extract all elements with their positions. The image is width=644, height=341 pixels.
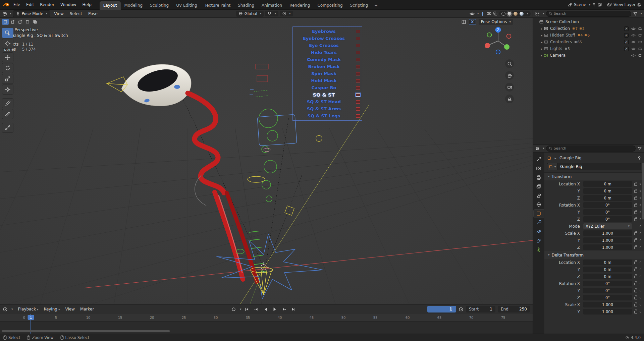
lock-icon[interactable] bbox=[634, 297, 637, 299]
bone-button[interactable]: Eye Creases bbox=[294, 42, 360, 49]
tab-modifier-properties[interactable] bbox=[534, 219, 544, 227]
gizmos-icon[interactable] bbox=[480, 11, 485, 16]
bone-toggle-box[interactable] bbox=[356, 30, 360, 33]
keyframe-dot[interactable] bbox=[640, 246, 641, 248]
jump-to-end-button[interactable] bbox=[290, 306, 298, 312]
bone-toggle-box[interactable] bbox=[356, 86, 360, 90]
keyframe-dot[interactable] bbox=[640, 204, 641, 206]
keyframe-dot[interactable] bbox=[640, 218, 641, 220]
menu-render[interactable]: Render bbox=[37, 1, 57, 8]
bone-toggle-box[interactable] bbox=[356, 58, 360, 61]
exclude-checkbox[interactable]: ✓ bbox=[624, 40, 629, 44]
proportional-editing-dropdown[interactable]: ▾ bbox=[280, 11, 293, 16]
tab-constraint-properties[interactable] bbox=[534, 237, 544, 245]
bone-toggle-box[interactable] bbox=[356, 37, 360, 40]
tab-armature-data-properties[interactable] bbox=[534, 246, 544, 254]
object-name-field[interactable]: ▾ Gangle Rig bbox=[547, 163, 641, 170]
delta-rotation-z-field[interactable]: 0° bbox=[583, 295, 632, 300]
tab-compositing[interactable]: Compositing bbox=[314, 1, 346, 10]
tab-physics-properties[interactable] bbox=[534, 228, 544, 236]
bone-button[interactable]: Spin Mask bbox=[294, 70, 360, 77]
delta-location-y-field[interactable]: 0 m bbox=[583, 267, 632, 272]
expand-icon[interactable]: ▸ bbox=[540, 47, 544, 51]
location-y-field[interactable]: 0 m bbox=[583, 188, 632, 194]
shading-rendered-icon[interactable] bbox=[520, 12, 524, 16]
x-axis-mirror-toggle[interactable]: X bbox=[469, 19, 476, 25]
render-visibility-icon[interactable] bbox=[638, 27, 643, 31]
menu-window[interactable]: Window bbox=[58, 1, 79, 8]
bone-toggle-box[interactable] bbox=[356, 65, 360, 68]
timeline-editor-icon[interactable] bbox=[3, 307, 8, 312]
keyframe-dot[interactable] bbox=[640, 225, 641, 227]
measure-tool[interactable] bbox=[2, 109, 13, 119]
filter-icon[interactable] bbox=[633, 11, 638, 16]
select-mode-subtract[interactable] bbox=[17, 19, 23, 25]
keyframe-dot[interactable] bbox=[640, 283, 641, 284]
delta-transform-section-header[interactable]: ▾ Delta Transform bbox=[544, 251, 644, 259]
3d-viewport[interactable]: X Pose Options ▾ User Perspective (1) Ga… bbox=[0, 18, 533, 304]
scale-tool[interactable] bbox=[2, 74, 13, 84]
lock-icon[interactable] bbox=[634, 246, 637, 249]
render-visibility-icon[interactable] bbox=[638, 47, 643, 51]
expand-icon[interactable]: ▸ bbox=[540, 40, 544, 44]
menu-keying[interactable]: Keying▾ bbox=[42, 306, 62, 312]
exclude-checkbox[interactable]: ✓ bbox=[624, 33, 629, 38]
bone-toggle-box[interactable] bbox=[356, 114, 360, 118]
menu-edit[interactable]: Edit bbox=[23, 1, 37, 8]
keyframe-dot[interactable] bbox=[640, 183, 641, 185]
transform-tool[interactable] bbox=[2, 84, 13, 95]
menu-view[interactable]: View bbox=[52, 10, 66, 17]
lock-icon[interactable] bbox=[634, 211, 637, 214]
mode-dropdown[interactable]: Pose Mode ▾ bbox=[13, 10, 51, 17]
keyframe-dot[interactable] bbox=[640, 311, 641, 312]
lock-icon[interactable] bbox=[634, 204, 637, 207]
tab-object-properties[interactable] bbox=[534, 210, 544, 218]
delta-scale-y-field[interactable]: 1.000 bbox=[583, 309, 632, 315]
scale-z-field[interactable]: 1.000 bbox=[583, 244, 632, 250]
render-visibility-icon[interactable] bbox=[638, 34, 643, 37]
camera-view-icon[interactable] bbox=[505, 83, 514, 92]
lock-icon[interactable] bbox=[634, 190, 637, 193]
keyframe-dot[interactable] bbox=[640, 269, 641, 270]
editor-type-icon[interactable] bbox=[2, 11, 7, 16]
bone-toggle-box[interactable] bbox=[356, 107, 360, 111]
menu-tl-view[interactable]: View bbox=[63, 306, 77, 312]
bone-toggle-box[interactable] bbox=[356, 72, 360, 75]
shading-solid-icon[interactable] bbox=[507, 12, 512, 16]
transform-section-header[interactable]: ▾ Transform bbox=[544, 172, 644, 180]
rotate-tool[interactable] bbox=[2, 63, 13, 73]
zoom-tool-icon[interactable] bbox=[505, 59, 514, 68]
keyframe-dot[interactable] bbox=[640, 290, 641, 291]
object-type-dropdown[interactable]: ▾ bbox=[547, 163, 557, 170]
lock-icon[interactable] bbox=[634, 304, 637, 306]
start-frame-field[interactable]: Start1 bbox=[466, 306, 495, 312]
select-mode-extend[interactable] bbox=[9, 19, 16, 25]
keyframe-dot[interactable] bbox=[640, 297, 641, 298]
tab-modeling[interactable]: Modeling bbox=[121, 1, 147, 10]
tab-sculpting[interactable]: Sculpting bbox=[146, 1, 172, 10]
timeline-ruler[interactable]: 0 5 10 15 20 25 30 35 40 45 50 55 60 65 … bbox=[0, 314, 533, 322]
viewport-3d-scene[interactable] bbox=[0, 18, 533, 304]
delta-rotation-x-field[interactable]: 0° bbox=[583, 281, 632, 286]
new-scene-icon[interactable] bbox=[598, 3, 602, 7]
play-button[interactable] bbox=[271, 306, 279, 312]
orientation-gizmo[interactable]: Z bbox=[482, 25, 514, 57]
tab-render-properties[interactable] bbox=[534, 164, 544, 172]
menu-marker[interactable]: Marker bbox=[78, 306, 96, 312]
properties-search[interactable] bbox=[546, 146, 636, 152]
exclude-checkbox[interactable]: ✓ bbox=[624, 26, 629, 31]
select-box-tool[interactable] bbox=[2, 28, 13, 38]
properties-editor-icon[interactable] bbox=[535, 146, 540, 151]
tab-output-properties[interactable] bbox=[534, 173, 544, 181]
bone-button[interactable]: Hold Mask bbox=[294, 77, 360, 84]
view-layer-selector[interactable]: View Layer bbox=[607, 2, 641, 7]
annotate-tool[interactable] bbox=[2, 98, 13, 108]
lock-icon[interactable] bbox=[634, 311, 637, 314]
bone-button[interactable]: SQ & ST Legs bbox=[294, 112, 360, 119]
scale-y-field[interactable]: 1.000 bbox=[583, 237, 632, 243]
ribbon-bones[interactable] bbox=[188, 93, 257, 282]
select-mode-intersect[interactable] bbox=[32, 19, 38, 25]
location-x-field[interactable]: 0 m bbox=[583, 181, 632, 187]
menu-select[interactable]: Select bbox=[67, 10, 85, 17]
scene-selector[interactable]: Scene ▾ bbox=[568, 2, 602, 7]
